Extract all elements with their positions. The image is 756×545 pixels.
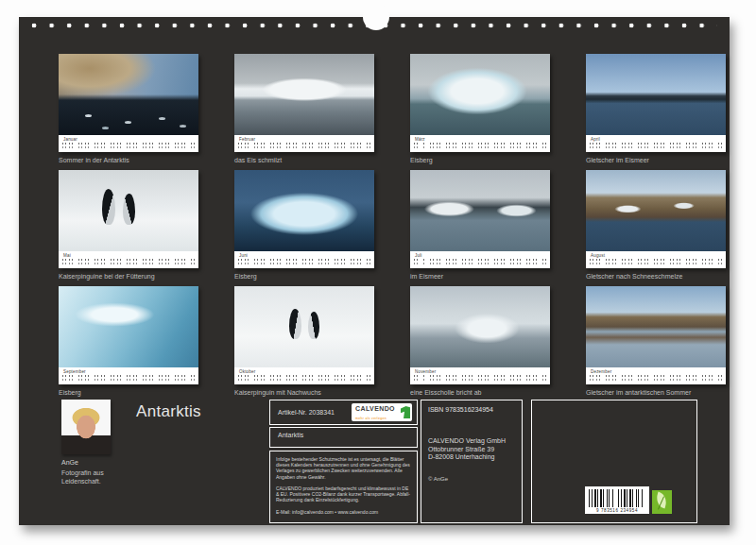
month-label: Juli xyxy=(410,251,550,258)
publisher-city: D-82008 Unterhaching xyxy=(428,453,515,462)
month-caption: Kaiserpinguin mit Nachwuchs xyxy=(234,389,374,397)
calvendo-logo: CALVENDO mehr als verlegen xyxy=(352,403,412,421)
month-photo xyxy=(410,54,550,135)
barcode-number: 9 783516 234954 xyxy=(589,508,645,513)
month-label: April xyxy=(586,135,726,142)
author-portrait xyxy=(61,400,111,454)
month-label: Februar xyxy=(234,135,374,142)
month-photo xyxy=(59,170,198,251)
month-sheet-maerz: März Eisberg xyxy=(410,54,550,164)
mini-calendar-strip: November xyxy=(410,367,550,384)
legal-paragraph-1: Infolge bestehender Schutzrechte ist es … xyxy=(276,456,411,480)
month-label: September xyxy=(59,367,198,374)
month-label: Mai xyxy=(59,251,198,258)
month-sheet-juli: Juli im Eismeer xyxy=(410,170,550,281)
month-photo xyxy=(234,54,374,135)
month-label: August xyxy=(586,251,726,258)
month-photo xyxy=(59,286,198,367)
day-grid xyxy=(590,375,722,383)
day-grid xyxy=(238,375,370,383)
mini-calendar-strip: Mai xyxy=(59,251,198,268)
day-grid xyxy=(590,259,722,266)
mini-calendar-strip: Oktober xyxy=(234,367,374,384)
day-grid xyxy=(414,375,546,383)
month-sheet-august: August Gletscher nach Schneeschmelze xyxy=(586,170,726,281)
page-title: Antarktis xyxy=(136,402,201,421)
month-caption: Gletscher nach Schneeschmelze xyxy=(586,273,726,281)
copyright-note: © AnGe xyxy=(428,476,515,482)
month-photo xyxy=(59,54,198,135)
month-sheet-mai: Mai Kaiserpinguine bei der Fütterung xyxy=(59,170,198,281)
month-sheet-november: November eine Eisscholle bricht ab xyxy=(410,286,550,397)
legal-text-box: Infolge bestehender Schutzrechte ist es … xyxy=(269,451,418,523)
month-photo xyxy=(410,286,550,367)
month-label: Oktober xyxy=(234,367,374,374)
publisher-box: ISBN 9783516234954 CALVENDO Verlag GmbH … xyxy=(421,400,523,523)
month-caption: Gletscher im antarktischen Sommer xyxy=(586,389,726,397)
day-grid xyxy=(238,259,370,266)
day-grid xyxy=(590,143,722,150)
month-sheet-dezember: Dezember Gletscher im antarktischen Somm… xyxy=(586,286,726,397)
mini-calendar-strip: Januar xyxy=(59,135,198,152)
month-photo xyxy=(586,54,726,135)
day-grid xyxy=(414,259,546,266)
month-caption: im Eismeer xyxy=(410,273,550,281)
calvendo-logo-word: CALVENDO xyxy=(355,405,395,412)
series-title-box: Antarktis xyxy=(269,427,418,448)
author-tagline: Fotografin aus Leidenschaft. xyxy=(61,469,124,485)
calvendo-logo-tagline: mehr als verlegen xyxy=(355,417,387,420)
month-sheet-juni: Juni Eisberg xyxy=(234,170,374,281)
publisher-street: Ottobrunner Straße 39 xyxy=(428,446,515,454)
hanging-hole-notch xyxy=(363,4,389,30)
isbn: ISBN 9783516234954 xyxy=(428,406,515,413)
month-caption: Sommer in der Antarktis xyxy=(59,157,198,164)
mini-calendar-strip: April xyxy=(586,135,726,152)
month-caption: eine Eisscholle bricht ab xyxy=(410,389,550,397)
mini-calendar-strip: August xyxy=(586,251,726,268)
month-label: Januar xyxy=(59,135,198,142)
day-grid xyxy=(62,259,195,266)
month-caption: Eisberg xyxy=(234,273,374,281)
barcode-box: 9 783516 234954 xyxy=(531,400,697,523)
month-sheet-oktober: Oktober Kaiserpinguin mit Nachwuchs xyxy=(234,286,374,397)
mini-calendar-strip: Dezember xyxy=(586,367,726,384)
month-photo xyxy=(410,170,550,251)
month-label: Dezember xyxy=(586,367,726,374)
month-caption: Kaiserpinguine bei der Fütterung xyxy=(59,273,198,281)
mini-calendar-strip: Juni xyxy=(234,251,374,268)
contact-email: E-Mail: info@calvendo.com • www.calvendo… xyxy=(276,509,411,515)
month-sheet-september: September Eisberg xyxy=(59,286,198,397)
month-label: Juni xyxy=(234,251,374,258)
article-number: Artikel-Nr. 2038341 xyxy=(278,409,335,416)
mini-calendar-strip: März xyxy=(410,135,550,152)
mini-calendar-strip: September xyxy=(59,367,198,384)
month-photo xyxy=(586,286,726,367)
author-name: AnGe xyxy=(61,459,78,466)
calvendo-logo-icon xyxy=(401,406,410,418)
month-sheet-april: April Gletscher im Eismeer xyxy=(586,54,726,164)
article-number-box: Artikel-Nr. 2038341 CALVENDO mehr als ve… xyxy=(269,400,418,425)
calendar-back-cover: Januar Sommer in der Antarktis Februar d… xyxy=(19,17,730,525)
mini-calendar-strip: Februar xyxy=(234,135,374,152)
month-caption: das Eis schmilzt xyxy=(234,157,374,164)
publisher-name: CALVENDO Verlag GmbH xyxy=(428,437,515,446)
month-caption: Eisberg xyxy=(410,157,550,164)
month-caption: Eisberg xyxy=(59,389,198,397)
month-photo xyxy=(586,170,726,251)
barcode-bars xyxy=(589,489,645,507)
eco-leaf-logo xyxy=(652,490,672,514)
month-photo xyxy=(234,170,374,251)
month-label: März xyxy=(410,135,550,142)
month-caption: Gletscher im Eismeer xyxy=(586,157,726,164)
month-label: November xyxy=(410,367,550,374)
mini-calendar-strip: Juli xyxy=(410,251,550,268)
day-grid xyxy=(62,143,195,150)
legal-paragraph-2: CALVENDO produziert bedarfsgerecht und k… xyxy=(276,485,411,503)
day-grid xyxy=(62,375,195,383)
day-grid xyxy=(414,143,546,150)
day-grid xyxy=(238,143,370,150)
month-sheet-januar: Januar Sommer in der Antarktis xyxy=(59,54,198,164)
month-sheet-februar: Februar das Eis schmilzt xyxy=(234,54,374,164)
month-photo xyxy=(234,286,374,367)
ean-barcode: 9 783516 234954 xyxy=(585,486,649,514)
